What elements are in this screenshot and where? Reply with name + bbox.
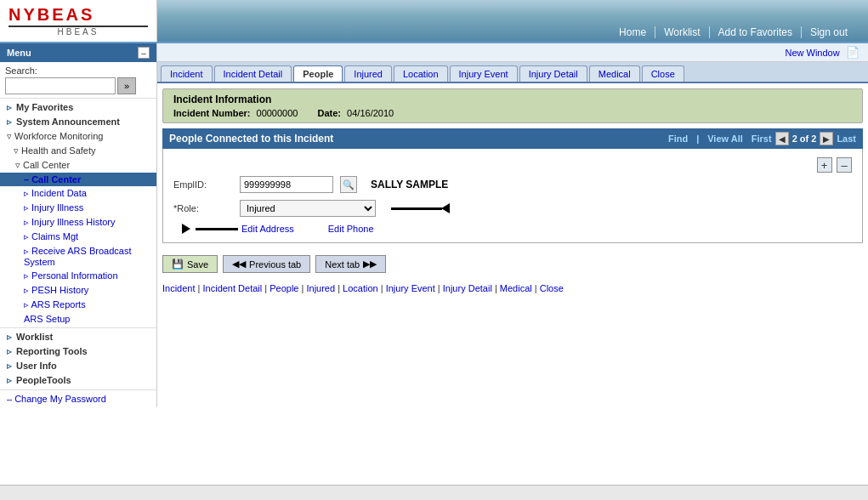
bottom-link-medical[interactable]: Medical (500, 283, 532, 293)
add-favorites-link[interactable]: Add to Favorites (710, 26, 802, 38)
add-row-btn[interactable]: + (817, 157, 832, 173)
worklist-link[interactable]: Worklist (655, 26, 709, 38)
link-row: Edit Address Edit Phone (173, 224, 852, 234)
sidebar-item-receive-ars[interactable]: ▹ Receive ARS Broadcast System (0, 244, 156, 269)
role-label: *Role: (173, 203, 233, 213)
bottom-link-close[interactable]: Close (540, 283, 564, 293)
sidebar-item-my-favorites[interactable]: ▹ My Favorites (0, 100, 156, 115)
next-label: Next tab (325, 259, 360, 270)
bottom-link-injury-detail[interactable]: Injury Detail (443, 283, 492, 293)
bottom-link-incident-detail[interactable]: Incident Detail (203, 283, 263, 293)
arrow-shaft (391, 207, 442, 210)
search-button[interactable]: » (117, 77, 136, 94)
bottom-link-injury-event[interactable]: Injury Event (386, 283, 435, 293)
bottom-buttons: 💾 Save ◀◀ Previous tab Next tab ▶▶ (157, 248, 868, 280)
people-section: People Connected to this Incident Find |… (162, 128, 863, 243)
find-link[interactable]: Find (668, 134, 688, 144)
new-window-link[interactable]: New Window (785, 48, 839, 58)
bottom-link-people[interactable]: People (269, 283, 298, 293)
sidebar-item-people-tools[interactable]: ▹ PeopleTools (0, 373, 156, 388)
bottom-link-injured[interactable]: Injured (306, 283, 335, 293)
sidebar-item-personal-info[interactable]: ▹ Personal Information (0, 269, 156, 283)
content-area: New Window 📄 Incident Incident Detail Pe… (157, 43, 868, 407)
tab-injury-event[interactable]: Injury Event (450, 65, 518, 82)
tab-incident[interactable]: Incident (161, 65, 213, 82)
edit-address-arrow (182, 224, 190, 234)
sidebar-item-worklist[interactable]: ▹ Worklist (0, 330, 156, 344)
tab-bar: Incident Incident Detail People Injured … (157, 62, 868, 83)
next-page-btn[interactable]: ▶ (820, 132, 833, 145)
logo-name: NYBEAS (9, 5, 148, 27)
menu-title: Menu (7, 48, 31, 58)
page-info: 2 of 2 (792, 134, 817, 144)
main-layout: Menu – Search: » ▹ My Favorites ▹ System… (0, 43, 868, 407)
sidebar-collapse-btn[interactable]: – (138, 47, 150, 59)
sidebar-divider (0, 327, 156, 328)
sidebar-item-health-safety[interactable]: ▿ Health and Safety (0, 144, 156, 158)
sidebar-divider-2 (0, 389, 156, 390)
people-section-title: People Connected to this Incident (169, 133, 333, 145)
incident-number-label: Incident Number: (173, 108, 250, 118)
view-all-link[interactable]: View All (707, 134, 743, 144)
tab-medical[interactable]: Medical (589, 65, 640, 82)
section-header-right: Find | View All First ◀ 2 of 2 ▶ Last (668, 132, 856, 145)
sidebar-item-claims-mgt[interactable]: ▹ Claims Mgt (0, 230, 156, 244)
role-row: *Role: Injured (173, 200, 852, 217)
save-button[interactable]: 💾 Save (162, 255, 218, 273)
sidebar-item-change-password[interactable]: – Change My Password (0, 392, 156, 406)
add-remove-btns: + – (173, 157, 852, 173)
role-select[interactable]: Injured (240, 200, 376, 217)
sidebar-item-ars-reports[interactable]: ▹ ARS Reports (0, 298, 156, 312)
sidebar-item-system-announcement[interactable]: ▹ System Announcement (0, 115, 156, 129)
empid-search-btn[interactable]: 🔍 (340, 176, 357, 193)
prev-label: Previous tab (249, 259, 301, 270)
sidebar-item-incident-data[interactable]: ▹ Incident Data (0, 186, 156, 201)
role-arrow-indicator (391, 203, 450, 213)
bottom-link-location[interactable]: Location (343, 283, 378, 293)
next-tab-button[interactable]: Next tab ▶▶ (315, 255, 386, 273)
tab-close[interactable]: Close (642, 65, 684, 82)
sidebar-item-user-info[interactable]: ▹ User Info (0, 359, 156, 373)
sidebar-item-injury-illness-history[interactable]: ▹ Injury Illness History (0, 215, 156, 230)
previous-tab-button[interactable]: ◀◀ Previous tab (223, 255, 310, 273)
arrow-shaft-2 (196, 228, 238, 230)
sign-out-link[interactable]: Sign out (802, 26, 856, 38)
remove-row-btn[interactable]: – (837, 157, 852, 173)
separator: | (696, 134, 699, 144)
header-banner: Home Worklist Add to Favorites Sign out (157, 0, 868, 42)
incident-date-value: 04/16/2010 (347, 108, 394, 118)
prev-icon: ◀◀ (232, 259, 246, 270)
bottom-link-incident[interactable]: Incident (162, 283, 196, 293)
sidebar-item-injury-illness[interactable]: ▹ Injury Illness (0, 201, 156, 215)
incident-info-row: Incident Number: 00000000 Date: 04/16/20… (173, 108, 852, 118)
save-icon: 💾 (172, 259, 184, 270)
save-label: Save (187, 259, 208, 270)
sidebar: Menu – Search: » ▹ My Favorites ▹ System… (0, 43, 157, 407)
tab-incident-detail[interactable]: Incident Detail (214, 65, 292, 82)
tab-location[interactable]: Location (394, 65, 448, 82)
incident-number-value: 00000000 (257, 108, 298, 118)
tab-injured[interactable]: Injured (344, 65, 392, 82)
empid-input[interactable] (240, 176, 333, 193)
edit-phone-link[interactable]: Edit Phone (328, 224, 374, 234)
sidebar-item-workforce-monitoring[interactable]: ▿ Workforce Monitoring (0, 129, 156, 144)
sidebar-item-pesh-history[interactable]: ▹ PESH History (0, 283, 156, 298)
emp-name: SALLY SAMPLE (371, 179, 448, 190)
first-link[interactable]: First (752, 134, 772, 144)
new-window-bar: New Window 📄 (157, 43, 868, 62)
tab-injury-detail[interactable]: Injury Detail (519, 65, 587, 82)
last-link[interactable]: Last (837, 134, 856, 144)
prev-page-btn[interactable]: ◀ (775, 132, 789, 145)
sidebar-item-ars-setup[interactable]: ARS Setup (0, 312, 156, 326)
sidebar-item-reporting-tools[interactable]: ▹ Reporting Tools (0, 344, 156, 359)
home-link[interactable]: Home (610, 26, 655, 38)
new-window-icon: 📄 (846, 46, 859, 59)
sidebar-item-call-center-parent[interactable]: ▿ Call Center (0, 158, 156, 173)
footer-bar[interactable] (0, 485, 868, 500)
sidebar-item-call-center-active[interactable]: – Call Center (0, 173, 156, 186)
section-header: People Connected to this Incident Find |… (162, 128, 863, 149)
search-input[interactable] (5, 77, 116, 94)
nav-controls: First ◀ 2 of 2 ▶ Last (752, 132, 856, 145)
edit-address-link[interactable]: Edit Address (241, 224, 294, 234)
tab-people[interactable]: People (293, 65, 343, 82)
